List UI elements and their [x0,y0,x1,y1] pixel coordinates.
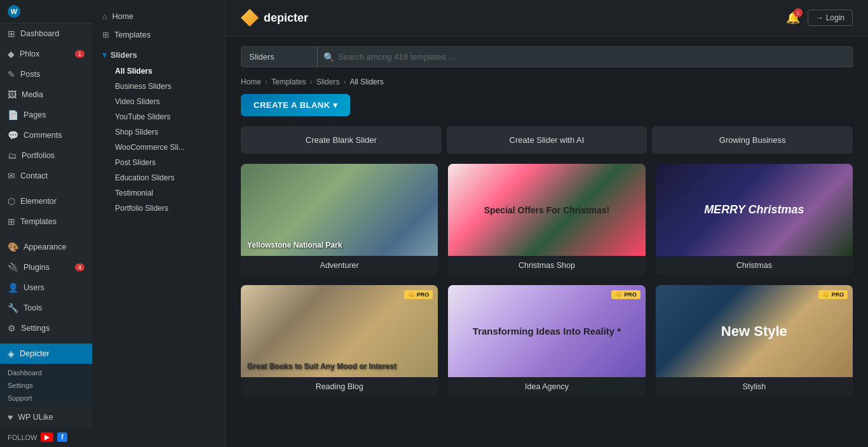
template-label-idea: Idea Agency [448,377,645,396]
sidebar-item-tools[interactable]: 🔧 Tools [0,298,92,318]
sliders-chevron-icon: ▾ [102,50,107,60]
settings-icon: ⚙ [8,323,16,333]
search-type-dropdown[interactable]: Sliders Sections Pages [241,46,317,67]
login-button[interactable]: → Login [808,10,853,26]
sliders-section-header[interactable]: ▾ Sliders [92,46,225,63]
follow-facebook-button[interactable]: f [57,432,67,442]
inner-youtube-sliders[interactable]: YouTube Sliders [92,109,225,124]
depicter-support-sub[interactable]: Support [0,392,92,404]
sidebar-item-templates[interactable]: ⊞ Templates [0,211,92,232]
breadcrumb-home[interactable]: Home [241,77,261,86]
plugins-badge: 4 [75,264,85,271]
login-label: Login [826,13,844,22]
header-actions: 🔔 1 → Login [786,10,853,26]
sidebar-item-label: Phlox [20,50,39,58]
login-icon: → [816,13,824,22]
template-label-christmas-shop: Christmas Shop [448,256,645,275]
sidebar-item-label: Tools [24,304,42,312]
sidebar-item-posts[interactable]: ✎ Posts [0,64,92,84]
follow-youtube-button[interactable]: ▶ [41,432,53,442]
sidebar-item-label: Media [22,90,43,99]
inner-business-sliders[interactable]: Business Sliders [92,79,225,94]
inner-portfolio-sliders[interactable]: Portfolio Sliders [92,201,225,216]
inner-post-sliders[interactable]: Post Sliders [92,155,225,170]
stylish-thumb-text: New Style [656,285,853,377]
template-thumb-christmas-shop: Special Offers For Christmas! [448,164,645,256]
logo-text: depicter [264,11,308,25]
sidebar-item-plugins[interactable]: 🔌 Plugins 4 [0,257,92,277]
search-area: Sliders Sections Pages 🔍 [226,36,868,72]
inner-menu-label: Home [112,12,133,21]
inner-video-sliders[interactable]: Video Sliders [92,94,225,109]
sidebar-item-label: Dashboard [20,29,59,38]
sidebar-item-dashboard[interactable]: ⊞ Dashboard [0,23,92,44]
breadcrumb-current: All Sliders [349,77,383,86]
create-blank-label: CREATE A BLANK ▾ [254,100,337,110]
sidebar-item-label: Settings [21,324,50,333]
sidebar-item-label: Portfolios [22,151,55,160]
template-card-reading-blog[interactable]: PRO Great Books to Suit Any Mood or Inte… [241,285,438,396]
inner-education-sliders[interactable]: Education Sliders [92,170,225,185]
inner-menu-label: Templates [114,30,151,39]
sidebar-item-contact[interactable]: ✉ Contact [0,166,92,186]
main-area: ⌂ Home ⊞ Templates ▾ Sliders All Sliders… [92,0,868,447]
pages-icon: 📄 [8,110,18,120]
growing-business-btn[interactable]: Growing Business [652,126,853,154]
plugins-icon: 🔌 [8,262,18,272]
follow-label: FOLLOW [8,434,37,441]
breadcrumb-sep1: › [265,77,268,86]
breadcrumb-sliders[interactable]: Sliders [316,77,340,86]
adventurer-thumb-text: Yellowstone National Park [247,241,342,250]
inner-home[interactable]: ⌂ Home [92,8,225,25]
sidebar-item-elementor[interactable]: ⬡ Elementor [0,191,92,211]
depicter-dashboard-sub[interactable]: Dashboard [0,366,92,379]
inner-testimonial[interactable]: Testimonial [92,185,225,201]
sidebar-item-label: Elementor [20,197,57,206]
template-card-christmas[interactable]: MERRY Christmas Christmas [656,164,853,275]
sidebar-item-label: Comments [24,131,62,140]
template-label-adventurer: Adventurer [241,256,438,275]
sidebar-item-label: Posts [20,70,40,79]
wpulike-icon: ♥ [8,412,13,422]
template-card-christmas-shop[interactable]: Special Offers For Christmas! Christmas … [448,164,645,275]
contact-icon: ✉ [8,171,15,181]
create-blank-slider-btn[interactable]: Create Blank Slider [241,126,442,154]
content-area: depicter 🔔 1 → Login Sliders Sections Pa… [226,0,868,447]
sidebar-item-comments[interactable]: 💬 Comments [0,125,92,145]
template-thumb-reading: PRO Great Books to Suit Any Mood or Inte… [241,285,438,377]
sliders-section: ▾ Sliders All Sliders Business Sliders V… [92,44,225,218]
sidebar-item-depicter[interactable]: ◈ Depicter [0,344,92,364]
inner-shop-sliders[interactable]: Shop Sliders [92,124,225,140]
idea-thumb-text: Transforming Ideas Into Reality * [448,285,645,377]
sidebar-item-label: Appearance [24,243,66,251]
template-card-adventurer[interactable]: Yellowstone National Park Adventurer [241,164,438,275]
sidebar-item-pages[interactable]: 📄 Pages [0,105,92,125]
sidebar-item-settings[interactable]: ⚙ Settings [0,318,92,338]
sidebar-item-label: Users [24,283,44,292]
template-thumb-idea: PRO Transforming Ideas Into Reality * [448,285,645,377]
search-icon: 🔍 [323,52,334,62]
sidebar-item-label: Contact [20,171,48,180]
inner-all-sliders[interactable]: All Sliders [92,63,225,79]
search-input[interactable] [317,46,853,67]
sidebar-item-portfolios[interactable]: 🗂 Portfolios [0,145,92,166]
sidebar-item-appearance[interactable]: 🎨 Appearance [0,237,92,257]
create-buttons-row: Create Blank Slider Create Slider with A… [226,126,868,164]
notification-badge: 1 [794,8,803,17]
media-icon: 🖼 [8,90,17,100]
breadcrumb-templates[interactable]: Templates [271,77,306,86]
notifications-button[interactable]: 🔔 1 [786,11,800,25]
sidebar-item-media[interactable]: 🖼 Media [0,84,92,105]
create-blank-button[interactable]: CREATE A BLANK ▾ [241,94,350,116]
depicter-settings-sub[interactable]: Settings [0,379,92,392]
template-card-stylish[interactable]: PRO New Style Stylish [656,285,853,396]
sidebar-item-users[interactable]: 👤 Users [0,277,92,298]
inner-woocommerce-sliders[interactable]: WooCommerce Sli... [92,140,225,155]
template-thumb-stylish: PRO New Style [656,285,853,377]
sidebar-item-phlox[interactable]: ◆ Phlox 1 [0,44,92,64]
depicter-header: depicter 🔔 1 → Login [226,0,868,36]
template-card-idea-agency[interactable]: PRO Transforming Ideas Into Reality * Id… [448,285,645,396]
create-ai-slider-btn[interactable]: Create Slider with AI [447,126,648,154]
sidebar-item-wpulike[interactable]: ♥ WP ULike [0,407,92,427]
inner-templates[interactable]: ⊞ Templates [92,25,225,44]
